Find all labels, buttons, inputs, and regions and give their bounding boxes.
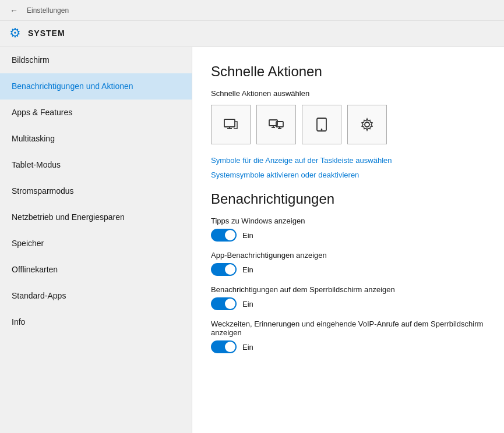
systemsymbole-link[interactable]: Systemsymbole aktivieren oder deaktivier… bbox=[211, 171, 485, 179]
header: ⚙ SYSTEM bbox=[0, 21, 504, 47]
toggle-row-3: Weckzeiten, Erinnerungen und eingehende … bbox=[211, 320, 485, 353]
toggle-label-2: Benachrichtigungen auf dem Sperrbildschi… bbox=[211, 285, 485, 294]
quick-action-1[interactable] bbox=[211, 105, 251, 144]
toggle-label-3: Weckzeiten, Erinnerungen und eingehende … bbox=[211, 320, 485, 337]
toggle-value-2: Ein bbox=[242, 300, 253, 308]
sidebar-item-standard[interactable]: Standard-Apps bbox=[0, 283, 192, 309]
schnelle-aktionen-title: Schnelle Aktionen bbox=[211, 63, 485, 80]
toggle-0[interactable] bbox=[211, 229, 237, 242]
sidebar-item-benachrichtigungen[interactable]: Benachrichtigungen und Aktionen bbox=[0, 73, 192, 100]
schnelle-aktionen-sub: Schnelle Aktionen auswählen bbox=[211, 89, 485, 98]
toggle-1[interactable] bbox=[211, 263, 237, 276]
header-title: SYSTEM bbox=[28, 29, 65, 38]
toggle-group-2: Ein bbox=[211, 297, 485, 310]
toggle-group-3: Ein bbox=[211, 340, 485, 353]
sidebar-item-netzbetrieb[interactable]: Netzbetrieb und Energiesparen bbox=[0, 204, 192, 230]
svg-point-11 bbox=[365, 122, 369, 127]
toggle-2[interactable] bbox=[211, 297, 237, 310]
toggle-value-0: Ein bbox=[242, 231, 253, 240]
toggle-3[interactable] bbox=[211, 340, 237, 353]
toggle-value-3: Ein bbox=[242, 343, 253, 352]
toggle-row-1: App-Benachrichtigungen anzeigen Ein bbox=[211, 251, 485, 276]
toggle-label-1: App-Benachrichtigungen anzeigen bbox=[211, 251, 485, 260]
sidebar-item-multitasking[interactable]: Multitasking bbox=[0, 126, 192, 152]
quick-actions-row bbox=[211, 105, 485, 144]
sidebar-item-bildschirm[interactable]: Bildschirm bbox=[0, 47, 192, 73]
main-layout: Bildschirm Benachrichtigungen und Aktion… bbox=[0, 47, 504, 433]
benachrichtigungen-title: Benachrichtigungen bbox=[211, 191, 485, 207]
window-title: Einstellungen bbox=[27, 6, 69, 15]
sidebar-item-tablet[interactable]: Tablet-Modus bbox=[0, 152, 192, 178]
sidebar-item-offlinekarten[interactable]: Offlinekarten bbox=[0, 257, 192, 283]
back-button[interactable]: ← bbox=[7, 3, 21, 17]
toggle-group-0: Ein bbox=[211, 229, 485, 242]
system-icon: ⚙ bbox=[9, 26, 21, 41]
title-bar: ← Einstellungen bbox=[0, 0, 504, 21]
toggle-value-1: Ein bbox=[242, 265, 253, 274]
quick-action-2[interactable] bbox=[256, 105, 296, 144]
content-area: Schnelle Aktionen Schnelle Aktionen ausw… bbox=[192, 47, 504, 433]
quick-action-4[interactable] bbox=[347, 105, 387, 144]
sidebar-item-apps[interactable]: Apps & Features bbox=[0, 100, 192, 126]
toggle-row-2: Benachrichtigungen auf dem Sperrbildschi… bbox=[211, 285, 485, 310]
toggle-group-1: Ein bbox=[211, 263, 485, 276]
toggle-label-0: Tipps zu Windows anzeigen bbox=[211, 216, 485, 225]
quick-action-3[interactable] bbox=[302, 105, 341, 144]
sidebar-item-info[interactable]: Info bbox=[0, 309, 192, 335]
svg-rect-0 bbox=[224, 119, 235, 127]
sidebar-item-stromsparmodus[interactable]: Stromsparmodus bbox=[0, 178, 192, 204]
sidebar: Bildschirm Benachrichtigungen und Aktion… bbox=[0, 47, 192, 433]
toggle-row-0: Tipps zu Windows anzeigen Ein bbox=[211, 216, 485, 242]
taskleiste-link[interactable]: Symbole für die Anzeige auf der Taskleis… bbox=[211, 156, 485, 165]
sidebar-item-speicher[interactable]: Speicher bbox=[0, 230, 192, 257]
